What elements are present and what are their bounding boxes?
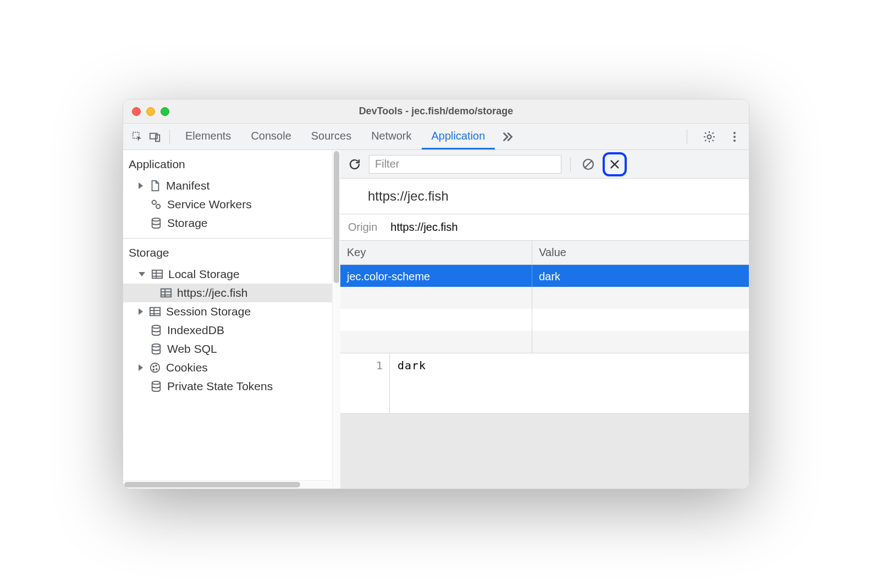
cell-value	[532, 287, 749, 309]
database-icon	[150, 380, 163, 393]
svg-point-9	[152, 218, 161, 221]
sidebar-item-service-workers[interactable]: Service Workers	[123, 195, 340, 214]
sidebar-item-label: Private State Tokens	[167, 380, 273, 393]
sidebar-section-application: Application	[123, 150, 340, 176]
separator	[570, 157, 571, 171]
empty-area	[340, 414, 749, 489]
sidebar-item-manifest[interactable]: Manifest	[123, 176, 340, 195]
horizontal-scrollbar[interactable]	[123, 480, 332, 489]
table-row[interactable]	[340, 331, 749, 353]
storage-toolbar	[340, 150, 749, 179]
tab-elements[interactable]: Elements	[175, 124, 241, 149]
table-row[interactable]	[340, 309, 749, 331]
spacer	[139, 328, 144, 333]
close-window-button[interactable]	[132, 107, 141, 116]
tab-console[interactable]: Console	[241, 124, 301, 149]
separator	[169, 130, 170, 144]
vertical-scrollbar[interactable]	[332, 150, 340, 489]
tab-application[interactable]: Application	[422, 124, 495, 149]
inspect-element-icon[interactable]	[129, 128, 146, 146]
value-preview: 1 dark	[340, 353, 749, 414]
settings-icon[interactable]	[700, 128, 718, 146]
sidebar-item-indexeddb[interactable]: IndexedDB	[123, 321, 340, 340]
spacer	[139, 220, 144, 226]
device-toolbar-icon[interactable]	[146, 128, 164, 146]
storage-table-header: Key Value	[340, 241, 749, 265]
sidebar-item-session-storage[interactable]: Session Storage	[123, 302, 340, 321]
origin-value: https://jec.fish	[390, 221, 457, 234]
cell-key	[340, 331, 532, 353]
tab-label: Elements	[185, 130, 231, 142]
more-tabs-icon[interactable]	[498, 128, 516, 146]
table-row[interactable]: jec.color-scheme dark	[340, 265, 749, 287]
database-icon	[150, 342, 163, 356]
grid-icon	[159, 286, 173, 299]
sidebar-item-cookies[interactable]: Cookies	[123, 358, 340, 377]
filter-input[interactable]	[369, 155, 561, 174]
storage-origin-header: https://jec.fish	[340, 179, 749, 214]
spacer	[139, 384, 144, 389]
application-sidebar: Application Manifest Service Workers	[123, 150, 340, 489]
svg-point-17	[156, 365, 157, 366]
cell-key	[340, 309, 532, 331]
spacer	[139, 346, 144, 352]
cookie-icon	[148, 361, 162, 374]
svg-point-15	[151, 363, 160, 373]
maximize-window-button[interactable]	[161, 107, 169, 116]
svg-point-14	[152, 344, 161, 347]
cell-key: jec.color-scheme	[340, 265, 532, 287]
origin-label: Origin	[348, 221, 377, 234]
delete-selected-icon[interactable]	[603, 152, 627, 176]
sidebar-item-websql[interactable]: Web SQL	[123, 340, 340, 358]
refresh-icon[interactable]	[346, 156, 363, 173]
storage-main-panel: https://jec.fish Origin https://jec.fish…	[340, 150, 749, 489]
svg-point-16	[153, 366, 154, 367]
cell-key	[340, 287, 532, 309]
tab-sources[interactable]: Sources	[301, 124, 361, 149]
separator	[687, 130, 687, 144]
tab-network[interactable]: Network	[361, 124, 421, 149]
svg-point-8	[156, 204, 160, 208]
column-header-key[interactable]: Key	[340, 241, 532, 264]
cell-value: dark	[532, 265, 749, 287]
table-row[interactable]	[340, 287, 749, 309]
expand-arrow-icon	[139, 308, 143, 315]
cell-value	[532, 331, 749, 353]
clear-all-icon[interactable]	[580, 156, 597, 173]
grid-icon	[151, 268, 164, 281]
titlebar: DevTools - jec.fish/demo/storage	[123, 99, 749, 124]
svg-rect-10	[152, 270, 162, 279]
svg-point-6	[733, 140, 736, 142]
svg-rect-12	[150, 308, 160, 316]
tab-label: Network	[371, 130, 411, 142]
column-header-value[interactable]: Value	[532, 241, 749, 264]
preview-value: dark	[390, 353, 434, 413]
gears-icon	[150, 198, 163, 211]
sidebar-item-storage[interactable]: Storage	[123, 214, 340, 232]
sidebar-item-local-storage-origin[interactable]: https://jec.fish	[123, 284, 340, 302]
minimize-window-button[interactable]	[146, 107, 155, 116]
window-title: DevTools - jec.fish/demo/storage	[123, 106, 749, 117]
tab-label: Console	[251, 130, 291, 142]
sidebar-item-label: Session Storage	[166, 305, 251, 318]
preview-line-number: 1	[340, 353, 390, 413]
svg-point-7	[152, 201, 156, 204]
sidebar-item-label: Service Workers	[167, 198, 252, 211]
file-icon	[148, 179, 162, 192]
database-icon	[150, 324, 163, 337]
expand-arrow-icon	[139, 182, 143, 189]
svg-point-4	[733, 132, 736, 134]
svg-point-13	[152, 325, 161, 329]
devtools-window: DevTools - jec.fish/demo/storage Element…	[123, 99, 749, 489]
database-icon	[150, 217, 163, 230]
sidebar-item-private-state-tokens[interactable]: Private State Tokens	[123, 377, 340, 396]
tab-label: Application	[432, 130, 485, 142]
svg-rect-11	[161, 289, 171, 297]
sidebar-item-local-storage[interactable]: Local Storage	[123, 265, 340, 284]
svg-point-5	[733, 136, 736, 138]
sidebar-item-label: Cookies	[166, 361, 208, 374]
kebab-menu-icon[interactable]	[726, 128, 743, 146]
svg-point-19	[153, 369, 154, 370]
expand-arrow-icon	[139, 364, 143, 371]
cell-value	[532, 309, 749, 331]
